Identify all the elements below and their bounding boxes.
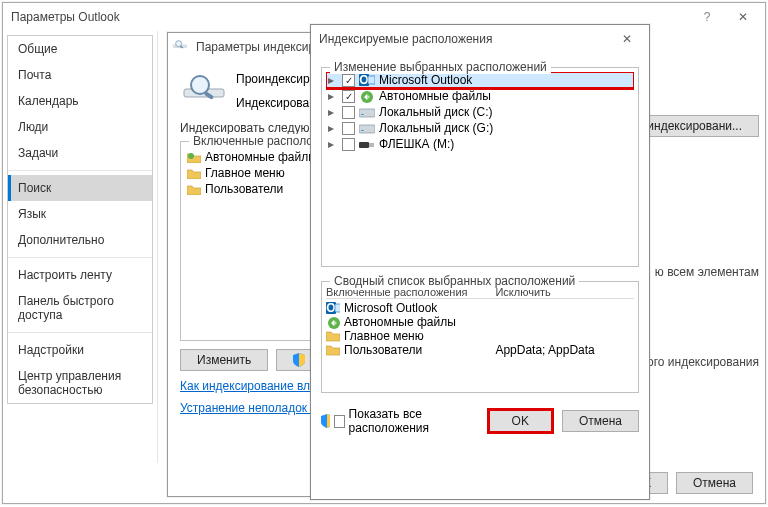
options-title: Параметры Outlook: [7, 10, 689, 24]
tree-row-label: Автономные файлы: [379, 89, 491, 103]
category-advanced[interactable]: Дополнительно: [8, 227, 152, 253]
summary-row: Автономные файлы: [326, 315, 634, 329]
category-separator: [8, 170, 152, 171]
category-mail[interactable]: Почта: [8, 62, 152, 88]
usb-icon: [359, 137, 375, 151]
summary-label: Сводный список выбранных расположений: [330, 274, 579, 288]
expand-icon[interactable]: ▸: [328, 137, 338, 151]
options-sidebar: Общие Почта Календарь Люди Задачи Поиск …: [3, 31, 158, 463]
offline-icon: [326, 315, 340, 329]
idxloc-title: Индексируемые расположения: [315, 32, 609, 46]
tree-row-label: Microsoft Outlook: [379, 73, 472, 87]
all-items-text: ю всем элементам: [655, 265, 759, 279]
summary-row-exclude: [495, 301, 634, 315]
help-icon[interactable]: ?: [689, 10, 725, 24]
show-all-locations[interactable]: Показать все расположения: [321, 407, 469, 435]
category-calendar[interactable]: Календарь: [8, 88, 152, 114]
show-all-label: Показать все расположения: [349, 407, 469, 435]
offline-icon: [359, 89, 375, 103]
included-item-label: Автономные файлы: [205, 150, 317, 164]
category-addins[interactable]: Надстройки: [8, 337, 152, 363]
close-icon[interactable]: ✕: [725, 10, 761, 24]
indexed-locations-window: Индексируемые расположения ✕ Изменение в…: [310, 24, 650, 500]
locations-tree[interactable]: ▸✓Microsoft Outlook▸✓Автономные файлы▸Ло…: [326, 72, 634, 262]
expand-icon[interactable]: ▸: [328, 121, 338, 135]
category-ribbon[interactable]: Настроить ленту: [8, 262, 152, 288]
close-icon[interactable]: ✕: [609, 32, 645, 46]
idxloc-footer: Показать все расположения OK Отмена: [321, 407, 639, 435]
summary-row: Главное меню: [326, 329, 634, 343]
tree-row[interactable]: ▸✓Автономные файлы: [326, 88, 634, 104]
tree-row[interactable]: ▸Локальный диск (C:): [326, 104, 634, 120]
category-tasks[interactable]: Задачи: [8, 140, 152, 166]
outlook-icon: [326, 301, 340, 315]
category-language[interactable]: Язык: [8, 201, 152, 227]
summary-group: Сводный список выбранных расположений Вк…: [321, 281, 639, 393]
expand-icon[interactable]: ▸: [328, 89, 338, 103]
summary-row-label: Microsoft Outlook: [344, 301, 437, 315]
folder-icon: [326, 329, 340, 343]
category-people[interactable]: Люди: [8, 114, 152, 140]
magnifier-icon: [180, 71, 228, 111]
show-all-checkbox[interactable]: [334, 415, 344, 428]
included-item-label: Главное меню: [205, 166, 285, 180]
tree-checkbox[interactable]: ✓: [342, 90, 355, 103]
idxloc-cancel-button[interactable]: Отмена: [562, 410, 639, 432]
shield-icon: [293, 353, 305, 367]
category-separator: [8, 257, 152, 258]
change-button[interactable]: Изменить: [180, 349, 268, 371]
category-qat[interactable]: Панель быстрого доступа: [8, 288, 152, 328]
tree-checkbox[interactable]: [342, 106, 355, 119]
category-general[interactable]: Общие: [8, 36, 152, 62]
summary-row: ПользователиAppData; AppData: [326, 343, 634, 357]
options-category-list: Общие Почта Календарь Люди Задачи Поиск …: [7, 35, 153, 404]
drive-icon: [359, 105, 375, 119]
folder-icon: [326, 343, 340, 357]
tree-checkbox[interactable]: ✓: [342, 74, 355, 87]
expand-icon[interactable]: ▸: [328, 105, 338, 119]
tree-row[interactable]: ▸ФЛЕШКА (M:): [326, 136, 634, 152]
summary-row-label: Автономные файлы: [344, 315, 456, 329]
folder-icon: [187, 183, 201, 195]
summary-row-exclude: [495, 329, 634, 343]
tree-row-label: ФЛЕШКА (M:): [379, 137, 454, 151]
tree-checkbox[interactable]: [342, 122, 355, 135]
summary-row-label: Пользователи: [344, 343, 422, 357]
tree-row[interactable]: ▸✓Microsoft Outlook: [326, 72, 634, 88]
options-cancel-button[interactable]: Отмена: [676, 472, 753, 494]
shield-icon: [321, 414, 330, 428]
summary-row-exclude: [495, 315, 634, 329]
change-selected-label: Изменение выбранных расположений: [330, 60, 551, 74]
folder-icon: [187, 167, 201, 179]
category-search[interactable]: Поиск: [8, 175, 152, 201]
expand-icon[interactable]: ▸: [328, 73, 338, 87]
tree-checkbox[interactable]: [342, 138, 355, 151]
change-selected-group: Изменение выбранных расположений ▸✓Micro…: [321, 67, 639, 267]
summary-list: Включенные расположения Исключить Micros…: [326, 286, 634, 388]
summary-row-exclude: AppData; AppData: [495, 343, 634, 357]
outlook-icon: [359, 73, 375, 87]
offline-files-icon: [187, 151, 201, 163]
category-trust[interactable]: Центр управления безопасностью: [8, 363, 152, 403]
tree-row-label: Локальный диск (G:): [379, 121, 493, 135]
drive-icon: [359, 121, 375, 135]
idxloc-titlebar: Индексируемые расположения ✕: [311, 25, 649, 53]
tree-row[interactable]: ▸Локальный диск (G:): [326, 120, 634, 136]
summary-row: Microsoft Outlook: [326, 301, 634, 315]
idxloc-ok-button[interactable]: OK: [489, 410, 552, 432]
included-item-label: Пользователи: [205, 182, 283, 196]
category-separator: [8, 332, 152, 333]
tree-row-label: Локальный диск (C:): [379, 105, 493, 119]
indexing-icon: [172, 39, 188, 55]
summary-row-label: Главное меню: [344, 329, 424, 343]
